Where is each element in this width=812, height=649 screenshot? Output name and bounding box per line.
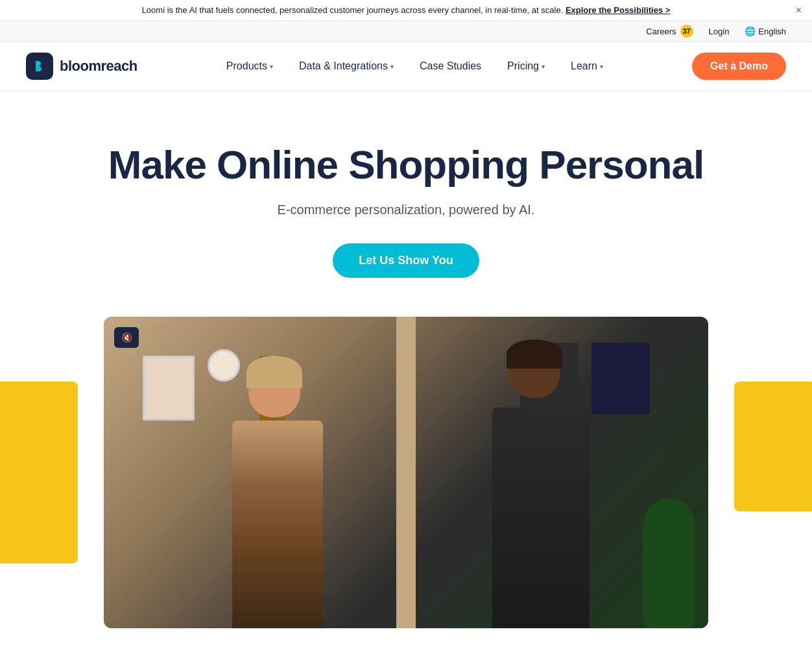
nav-data-integrations[interactable]: Data & Integrations ▾ bbox=[289, 55, 404, 77]
wall-art-4 bbox=[591, 343, 650, 414]
language-selector[interactable]: 🌐 English bbox=[745, 26, 786, 36]
wall-divider bbox=[396, 317, 416, 628]
main-navbar: bloomreach Products ▾ Data & Integration… bbox=[0, 42, 812, 91]
nav-products[interactable]: Products ▾ bbox=[216, 55, 283, 77]
nav-learn[interactable]: Learn ▾ bbox=[560, 55, 614, 77]
nav-links: Products ▾ Data & Integrations ▾ Case St… bbox=[216, 55, 614, 77]
utility-bar: Careers 37 Login 🌐 English bbox=[0, 21, 812, 42]
announcement-text: Loomi is the AI that fuels connected, pe… bbox=[26, 5, 786, 15]
person-right bbox=[483, 330, 599, 628]
nav-pricing-label: Pricing bbox=[507, 60, 539, 72]
yellow-decoration-left bbox=[0, 382, 78, 563]
chevron-down-icon: ▾ bbox=[600, 63, 603, 70]
logo-text: bloomreach bbox=[60, 58, 137, 75]
logo-icon bbox=[26, 53, 53, 80]
chevron-down-icon: ▾ bbox=[542, 63, 545, 70]
nav-products-label: Products bbox=[226, 60, 267, 72]
video-wrapper: 🔇 bbox=[0, 317, 812, 628]
nav-case-studies-label: Case Studies bbox=[420, 60, 481, 72]
logo-container[interactable]: bloomreach bbox=[26, 53, 137, 80]
mute-button[interactable]: 🔇 bbox=[114, 327, 139, 348]
person-left bbox=[213, 349, 342, 628]
announcement-link[interactable]: Explore the Possibilities > bbox=[566, 5, 670, 15]
announcement-close-button[interactable]: × bbox=[796, 5, 802, 16]
careers-label: Careers bbox=[646, 27, 676, 36]
careers-link[interactable]: Careers 37 bbox=[646, 25, 693, 38]
yellow-decoration-right bbox=[734, 382, 812, 511]
hero-subtitle: E-commerce personalization, powered by A… bbox=[26, 202, 786, 217]
chevron-down-icon: ▾ bbox=[270, 63, 273, 70]
hero-cta-button[interactable]: Let Us Show You bbox=[333, 243, 479, 278]
plant-decoration bbox=[643, 498, 695, 628]
careers-count-badge: 37 bbox=[680, 25, 693, 38]
nav-pricing[interactable]: Pricing ▾ bbox=[497, 55, 555, 77]
globe-icon: 🌐 bbox=[745, 26, 756, 36]
chevron-down-icon: ▾ bbox=[390, 63, 394, 70]
nav-learn-label: Learn bbox=[571, 60, 597, 72]
language-label: English bbox=[758, 27, 786, 36]
nav-case-studies[interactable]: Case Studies bbox=[409, 55, 492, 77]
announcement-bar: Loomi is the AI that fuels connected, pe… bbox=[0, 0, 812, 21]
video-container-wrapper: 🔇 bbox=[104, 317, 708, 628]
get-demo-button[interactable]: Get a Demo bbox=[692, 53, 786, 80]
hero-title: Make Online Shopping Personal bbox=[26, 143, 786, 187]
mute-icon: 🔇 bbox=[121, 332, 132, 343]
announcement-message: Loomi is the AI that fuels connected, pe… bbox=[142, 5, 564, 15]
video-container: 🔇 bbox=[104, 317, 708, 628]
hero-section: Make Online Shopping Personal E-commerce… bbox=[0, 91, 812, 304]
login-link[interactable]: Login bbox=[709, 27, 730, 36]
wall-art-1 bbox=[143, 356, 195, 421]
nav-data-integrations-label: Data & Integrations bbox=[299, 60, 388, 72]
